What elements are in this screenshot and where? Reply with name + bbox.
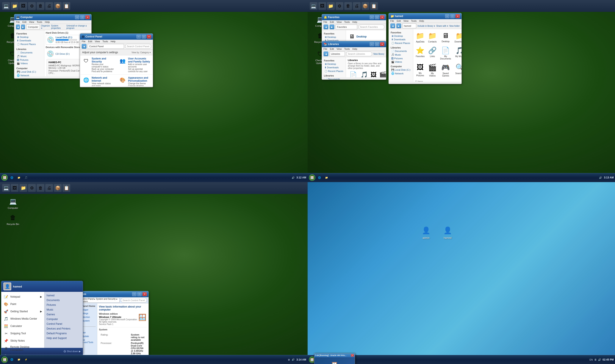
sm-right-devices[interactable]: Devices and Printers: [44, 326, 83, 331]
hamed-lib-videos[interactable]: 🎬 Videos: [390, 60, 412, 64]
tb-settings-icon[interactable]: ⚙: [28, 2, 36, 10]
hamed-close-btn[interactable]: ✕: [456, 14, 460, 18]
sm-right-computer[interactable]: Computer: [44, 317, 83, 322]
tb-image-icon[interactable]: 🖼: [19, 2, 27, 10]
lib-menu-view[interactable]: View: [337, 48, 342, 50]
tb-q2-clipboard[interactable]: 📋: [370, 2, 378, 10]
folder-contacts[interactable]: 📁Contacts: [427, 31, 438, 44]
start-btn-q3[interactable]: 🪟: [1, 356, 8, 363]
cp-system-security[interactable]: 🛡 System and Security Review your comput…: [80, 55, 117, 75]
hamed-menu-file[interactable]: File: [390, 20, 394, 22]
tb-q3-package[interactable]: 📦: [54, 184, 62, 192]
tb-apps-icon[interactable]: 📋: [63, 2, 70, 10]
tb-q3-clipboard[interactable]: 📋: [63, 184, 70, 192]
sm-rdp[interactable]: 🖥 Remote Desktop Connection: [1, 344, 44, 352]
lib-menu-tools[interactable]: Tools: [344, 48, 350, 50]
sys-close-btn[interactable]: ✕: [143, 292, 147, 296]
share-with-btn[interactable]: Share with ▾: [436, 25, 448, 27]
lib-titlebar[interactable]: 📚 Libraries ─ □ ✕: [322, 41, 386, 47]
cp-network[interactable]: 🌐 Network and Internet View network stat…: [80, 75, 117, 86]
folder-my-docs[interactable]: 📄My Documents: [439, 45, 452, 61]
desktop-icon-comp-q3[interactable]: 💻 Computer: [5, 197, 20, 209]
network-link[interactable]: Network and Internet: [92, 76, 114, 82]
menu-edit[interactable]: Edit: [22, 21, 26, 23]
hamed-network[interactable]: 🌐 Network: [390, 72, 412, 76]
lib-back-btn[interactable]: ◀: [324, 52, 328, 56]
cp-menu-help[interactable]: Help: [111, 40, 116, 43]
tb-q2-recycle[interactable]: 🗑: [344, 2, 352, 10]
sm-right-help[interactable]: Help and Support: [44, 336, 83, 340]
fav-back-btn[interactable]: ◀: [324, 25, 328, 29]
hamed-menu-view[interactable]: View: [403, 20, 408, 22]
taskbar-media-icon[interactable]: 🎵: [23, 174, 29, 181]
speaker-icon[interactable]: 🔊: [292, 176, 295, 179]
tb-q2-folder2[interactable]: 📁: [323, 174, 330, 181]
sidebar-docs[interactable]: 📄 Documents: [15, 51, 43, 54]
tb-q3-computer[interactable]: 💻: [2, 184, 10, 192]
tb-q3-img[interactable]: 🖼: [11, 184, 19, 192]
hamed-fav-dl[interactable]: ⬇ Downloads: [390, 38, 412, 41]
tb-computer-icon[interactable]: 💻: [2, 2, 10, 10]
cp-close-btn[interactable]: ✕: [147, 35, 151, 39]
sidebar-network[interactable]: 🌐 Network: [15, 74, 43, 77]
fav-max-btn[interactable]: □: [375, 15, 379, 19]
forward-btn[interactable]: ▶: [21, 25, 25, 29]
folder-searches[interactable]: 🔍Searches: [454, 63, 461, 78]
back-btn[interactable]: ◀: [16, 25, 20, 29]
fav-menu-edit[interactable]: Edit: [330, 21, 334, 23]
cp-menu-edit[interactable]: Edit: [88, 40, 92, 43]
lib-search[interactable]: Search Libraries: [346, 52, 372, 56]
hamed-lib-docs[interactable]: 📄 Documents: [390, 49, 412, 53]
fav-menu-help[interactable]: Help: [353, 21, 357, 23]
cp-menu-tools[interactable]: Tools: [102, 40, 108, 43]
tb-q3-printer[interactable]: 🖨: [45, 184, 53, 192]
tb-q2-ie[interactable]: 🌐: [316, 174, 323, 181]
sm-media-center[interactable]: 🎵 Windows Media Center: [1, 315, 44, 322]
hamed-fwd-btn[interactable]: ▶: [396, 24, 401, 28]
tb-q3-settings[interactable]: ⚙: [28, 184, 36, 192]
hamed-lib-pics[interactable]: 🖼 Pictures: [390, 57, 412, 60]
folder-my-vids[interactable]: 🎬My Videos: [427, 63, 438, 78]
lib-close-btn[interactable]: ✕: [380, 42, 384, 46]
cp-menu-view[interactable]: View: [95, 40, 100, 43]
sm-calculator[interactable]: 🧮 Calculator: [1, 322, 44, 330]
folder-my-pics[interactable]: 🖼My Pictures: [415, 63, 426, 78]
hamed-titlebar[interactable]: 📁 hamed ─ □ ✕: [389, 13, 461, 19]
tb-q3-folder[interactable]: 📁: [19, 184, 27, 192]
taskbar-ie-icon[interactable]: 🌐: [9, 174, 15, 181]
fav-menu-view[interactable]: View: [337, 21, 342, 23]
cp-user-accounts[interactable]: 👥 User Accounts and Family Safety Add or…: [117, 55, 153, 75]
sm-snipping[interactable]: ✂ Snipping Tool: [1, 330, 44, 337]
lib-fav-dl[interactable]: ⬇ Downloads: [323, 66, 345, 69]
sm-magnifier[interactable]: 🔍 Magnifier: [1, 352, 44, 355]
tb-q2-printer[interactable]: 🖨: [353, 2, 361, 10]
fav-fwd-btn[interactable]: ▶: [330, 25, 334, 29]
fav-menu-tools[interactable]: Tools: [344, 21, 350, 23]
sm-paint[interactable]: 🎨 Paint: [1, 300, 44, 308]
sm-right-pics[interactable]: Pictures: [44, 303, 83, 307]
tb-q2-settings[interactable]: ⚙: [336, 2, 343, 10]
tb-q3-recycle[interactable]: 🗑: [37, 184, 44, 192]
tb-q2-img[interactable]: 🖼: [318, 2, 326, 10]
lib-min-btn[interactable]: ─: [370, 42, 374, 46]
tb-q2-comp[interactable]: 💻: [310, 2, 317, 10]
tb-q3-rd[interactable]: ⚡: [23, 356, 29, 363]
cp-titlebar[interactable]: ⚙ Control Panel ─ □ ✕: [80, 34, 153, 40]
close-btn[interactable]: ✕: [85, 15, 90, 19]
sys-address[interactable]: Control Panel ▸ System and Security ▸ Sy…: [79, 298, 120, 303]
lib-item-pictures[interactable]: 🖼 Pictures: [370, 71, 378, 77]
appearance-link[interactable]: Appearance and Personalization: [128, 76, 151, 82]
monitor-icon-q4[interactable]: 🖥: [594, 358, 597, 361]
sidebar-pics[interactable]: 🖼 Pictures: [15, 58, 43, 62]
cp-appearance[interactable]: 🎨 Appearance and Personalization Change …: [117, 75, 153, 86]
lib-max-btn[interactable]: □: [375, 42, 379, 46]
hamed-menu-edit[interactable]: Edit: [397, 20, 401, 22]
hamed-menu-help[interactable]: Help: [419, 20, 424, 22]
lib-sidebar-docs[interactable]: 📄 Documents: [323, 77, 345, 80]
cp-search[interactable]: Search Control Panel: [125, 44, 151, 49]
menu-help[interactable]: Help: [45, 21, 50, 23]
menu-file[interactable]: File: [16, 21, 20, 23]
hamed-min-btn[interactable]: ─: [445, 14, 449, 18]
lib-menu-help[interactable]: Help: [353, 48, 357, 50]
sm-right-docs[interactable]: Documents: [44, 298, 83, 303]
